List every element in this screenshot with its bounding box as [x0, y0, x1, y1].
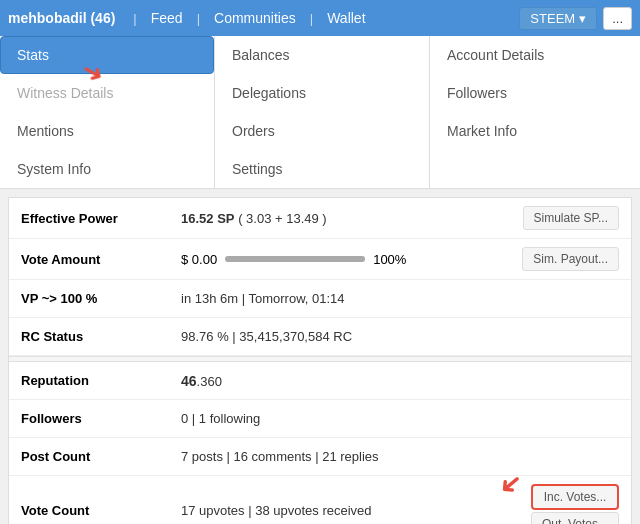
vote-bar [225, 256, 365, 262]
username[interactable]: mehbobadil (46) [8, 10, 115, 26]
vp-row: VP ~> 100 % in 13h 6m | Tomorrow, 01:14 [9, 280, 631, 318]
reputation-row: Reputation 46.360 [9, 362, 631, 400]
menu-item-followers[interactable]: Followers [430, 74, 640, 112]
vote-count-row: Vote Count 17 upvotes | 38 upvotes recei… [9, 476, 631, 524]
menu-item-witness-details: Witness Details [0, 74, 214, 112]
followers-row: Followers 0 | 1 following [9, 400, 631, 438]
followers-label: Followers [21, 411, 181, 426]
steem-button[interactable]: STEEM ▾ [519, 7, 597, 30]
vote-amount-row: Vote Amount $ 0.00 100% Sim. Payout... [9, 239, 631, 280]
sep1: | [133, 11, 136, 26]
menu-item-system-info[interactable]: System Info [0, 150, 214, 188]
more-button[interactable]: ... [603, 7, 632, 30]
vp-label: VP ~> 100 % [21, 291, 181, 306]
steem-label: STEEM [530, 11, 575, 26]
menu-item-balances[interactable]: Balances [215, 36, 429, 74]
effective-power-value: 16.52 SP ( 3.03 + 13.49 ) [181, 211, 523, 226]
rc-status-label: RC Status [21, 329, 181, 344]
effective-power-row: Effective Power 16.52 SP ( 3.03 + 13.49 … [9, 198, 631, 239]
out-votes-button[interactable]: Out. Votes... [531, 512, 619, 524]
vote-count-value: 17 upvotes | 38 upvotes received [181, 503, 531, 518]
simulate-sp-button[interactable]: Simulate SP... [523, 206, 619, 230]
simulate-sp-action: Simulate SP... [523, 206, 619, 230]
menu-item-delegations[interactable]: Delegations [215, 74, 429, 112]
steem-dropdown-icon: ▾ [579, 11, 586, 26]
menu-col1: Stats Witness Details Mentions System In… [0, 36, 215, 188]
effective-power-detail: ( 3.03 + 13.49 ) [238, 211, 327, 226]
sim-payout-action: Sim. Payout... [522, 247, 619, 271]
inc-votes-button[interactable]: Inc. Votes... [531, 484, 619, 510]
followers-value: 0 | 1 following [181, 411, 619, 426]
rc-status-value: 98.76 % | 35,415,370,584 RC [181, 329, 619, 344]
menu-grid: Stats Witness Details Mentions System In… [0, 36, 640, 189]
vote-count-label: Vote Count [21, 503, 181, 518]
sim-payout-button[interactable]: Sim. Payout... [522, 247, 619, 271]
menu-item-settings[interactable]: Settings [215, 150, 429, 188]
reputation-int: 46 [181, 373, 197, 389]
nav-feed[interactable]: Feed [151, 10, 183, 26]
reputation-dec: .360 [197, 374, 222, 389]
menu-item-orders[interactable]: Orders [215, 112, 429, 150]
topbar-right: STEEM ▾ ... [519, 7, 632, 30]
rc-status-row: RC Status 98.76 % | 35,415,370,584 RC [9, 318, 631, 356]
vote-count-buttons: Inc. Votes... Out. Votes... [531, 484, 619, 524]
sep3: | [310, 11, 313, 26]
topbar: mehbobadil (46) | Feed | Communities | W… [0, 0, 640, 36]
effective-power-label: Effective Power [21, 211, 181, 226]
sep2: | [197, 11, 200, 26]
vp-value: in 13h 6m | Tomorrow, 01:14 [181, 291, 619, 306]
vote-bar-container: $ 0.00 100% [181, 252, 522, 267]
vote-amount-label: Vote Amount [21, 252, 181, 267]
menu-col2: Balances Delegations Orders Settings [215, 36, 430, 188]
post-count-value: 7 posts | 16 comments | 21 replies [181, 449, 619, 464]
menu-item-mentions[interactable]: Mentions [0, 112, 214, 150]
menu-item-market-info[interactable]: Market Info [430, 112, 640, 150]
menu-item-account-details[interactable]: Account Details [430, 36, 640, 74]
stats-panel: Effective Power 16.52 SP ( 3.03 + 13.49 … [8, 197, 632, 524]
reputation-value: 46.360 [181, 373, 619, 389]
vote-count-actions: Inc. Votes... Out. Votes... [531, 484, 619, 524]
post-count-label: Post Count [21, 449, 181, 464]
nav-wallet[interactable]: Wallet [327, 10, 365, 26]
vote-amount-value: $ 0.00 [181, 252, 217, 267]
menu-col3: Account Details Followers Market Info [430, 36, 640, 188]
vote-percent: 100% [373, 252, 406, 267]
reputation-label: Reputation [21, 373, 181, 388]
nav-communities[interactable]: Communities [214, 10, 296, 26]
effective-power-main: 16.52 SP [181, 211, 235, 226]
menu-item-stats[interactable]: Stats [0, 36, 214, 74]
post-count-row: Post Count 7 posts | 16 comments | 21 re… [9, 438, 631, 476]
vote-bar-fill [225, 256, 365, 262]
